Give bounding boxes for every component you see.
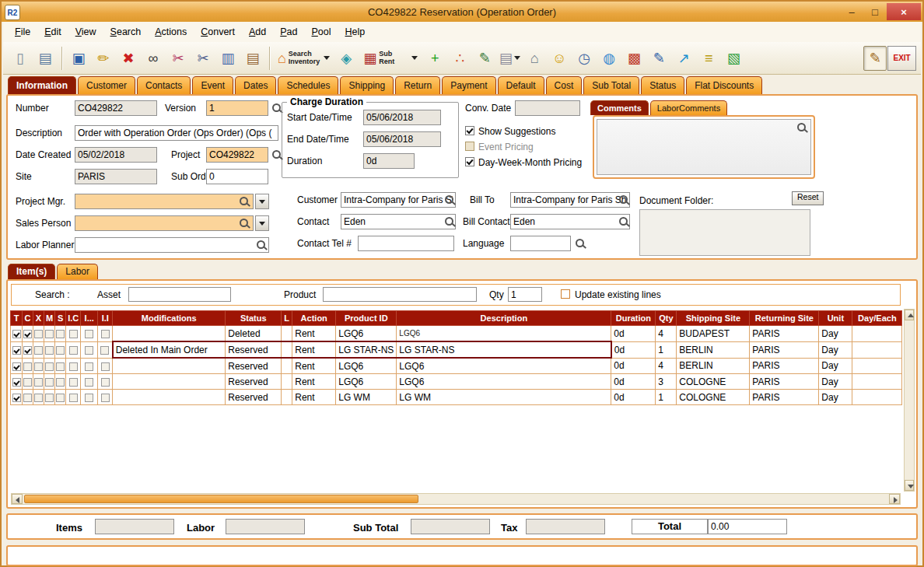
cell-day-each[interactable] (852, 390, 902, 405)
cell-l[interactable] (282, 341, 292, 358)
new-button[interactable]: ▯ (9, 46, 32, 71)
cell-duration[interactable]: 0d (611, 390, 656, 405)
row-check-cell[interactable] (66, 374, 81, 390)
row-check-cell[interactable] (23, 390, 33, 405)
save-button[interactable]: ▣ (67, 46, 90, 71)
start-date-field[interactable] (363, 110, 441, 125)
items-vertical-scrollbar[interactable] (904, 309, 915, 492)
comments-textarea[interactable] (597, 119, 811, 175)
cell-returning-site[interactable]: PARIS (750, 341, 819, 358)
contact-lookup-icon[interactable] (444, 216, 455, 227)
row-check-cell[interactable] (11, 341, 23, 358)
cell-status[interactable]: Reserved (226, 390, 282, 405)
row-check-cell[interactable] (81, 341, 98, 358)
cell-l[interactable] (282, 374, 292, 390)
cell-modifications[interactable] (113, 374, 226, 390)
chevron-down-icon[interactable] (411, 56, 418, 60)
sub-total-field[interactable] (411, 519, 490, 534)
cell-qty[interactable]: 4 (656, 358, 677, 374)
row-check-cell[interactable] (98, 358, 113, 374)
row-checkbox[interactable] (23, 378, 32, 387)
cell-returning-site[interactable]: PARIS (750, 326, 819, 342)
row-checkbox[interactable] (101, 394, 110, 402)
row-check-cell[interactable] (81, 390, 98, 405)
version-lookup-icon[interactable] (271, 103, 282, 114)
row-checkbox[interactable] (45, 362, 54, 371)
org-button[interactable]: ⌂ (523, 46, 546, 71)
row-check-cell[interactable] (55, 374, 66, 390)
cut-button[interactable]: ✂ (191, 46, 215, 71)
product-input[interactable] (323, 287, 477, 302)
row-check-cell[interactable] (98, 390, 113, 405)
cell-unit[interactable]: Day (819, 374, 852, 390)
col-header-i-c[interactable]: I.C (66, 311, 81, 326)
menu-file[interactable]: File (8, 24, 37, 40)
row-check-cell[interactable] (33, 390, 44, 405)
row-check-cell[interactable] (23, 358, 33, 374)
col-header-x[interactable]: X (33, 311, 44, 326)
tab-default[interactable]: Default (498, 76, 544, 94)
cell-unit[interactable]: Day (819, 341, 852, 358)
scroll-left-icon[interactable] (12, 494, 23, 504)
row-check-cell[interactable] (11, 326, 23, 342)
cell-status[interactable]: Reserved (226, 374, 282, 390)
search-inventory-button[interactable]: ⌂Search Inventory (275, 46, 333, 71)
menu-search[interactable]: Search (103, 24, 149, 40)
row-check-cell[interactable] (81, 326, 98, 342)
menu-pool[interactable]: Pool (305, 24, 338, 40)
row-check-cell[interactable] (81, 358, 98, 374)
col-header-l[interactable]: L (282, 311, 292, 326)
row-check-cell[interactable] (81, 374, 98, 390)
cell-duration[interactable]: 0d (611, 358, 656, 374)
smiley-button[interactable]: ☺ (548, 46, 571, 71)
language-lookup-icon[interactable] (575, 238, 586, 249)
col-header-modifications[interactable]: Modifications (113, 311, 226, 326)
bill-to-field[interactable] (510, 192, 630, 208)
reset-button[interactable]: Reset (792, 191, 824, 205)
cell-qty[interactable]: 3 (656, 374, 677, 390)
tab-payment[interactable]: Payment (442, 76, 495, 94)
row-check-cell[interactable] (55, 390, 66, 405)
row-checkbox[interactable] (12, 330, 21, 338)
contact-field[interactable] (341, 214, 456, 229)
tab-schedules[interactable]: Schedules (278, 76, 338, 94)
col-header-unit[interactable]: Unit (819, 311, 852, 326)
duration-field[interactable] (363, 153, 415, 169)
row-check-cell[interactable] (98, 374, 113, 390)
row-checkbox[interactable] (56, 378, 65, 387)
tab-information[interactable]: Information (8, 76, 76, 94)
scroll-down-icon[interactable] (905, 480, 914, 491)
row-check-cell[interactable] (44, 390, 55, 405)
bill-to-lookup-icon[interactable] (618, 194, 629, 205)
row-checkbox[interactable] (85, 394, 93, 402)
row-checkbox[interactable] (23, 394, 32, 402)
copy-button[interactable]: ▥ (216, 46, 240, 71)
project-mgr-field[interactable] (75, 194, 254, 209)
row-checkbox[interactable] (45, 346, 54, 355)
cell-duration[interactable]: 0d (611, 374, 656, 390)
labor-planner-lookup-icon[interactable] (256, 240, 267, 250)
tab-sub-total[interactable]: Sub Total (583, 76, 639, 94)
tab-customer[interactable]: Customer (78, 76, 135, 94)
cell-qty[interactable]: 1 (656, 341, 677, 358)
h-scroll-thumb[interactable] (24, 495, 418, 503)
row-check-cell[interactable] (66, 358, 81, 374)
qty-input[interactable] (508, 287, 542, 302)
chevron-down-icon[interactable] (324, 56, 330, 60)
comments-lookup-icon[interactable] (796, 122, 807, 133)
row-check-cell[interactable] (33, 358, 44, 374)
row-checkbox[interactable] (69, 394, 78, 402)
cell-action[interactable]: Rent (292, 390, 336, 405)
menu-actions[interactable]: Actions (148, 24, 194, 40)
col-header-returning-site[interactable]: Returning Site (750, 311, 819, 326)
comments-tab-comments[interactable]: Comments (590, 100, 649, 115)
cell-product-id[interactable]: LG WM (336, 390, 397, 405)
notes-button[interactable]: ✎ (473, 46, 496, 71)
description-field[interactable] (75, 125, 278, 141)
cell-l[interactable] (282, 326, 292, 342)
menu-pad[interactable]: Pad (273, 24, 304, 40)
sales-person-field[interactable] (75, 215, 254, 231)
row-check-cell[interactable] (11, 390, 23, 405)
row-check-cell[interactable] (33, 374, 44, 390)
row-checkbox[interactable] (12, 394, 21, 402)
